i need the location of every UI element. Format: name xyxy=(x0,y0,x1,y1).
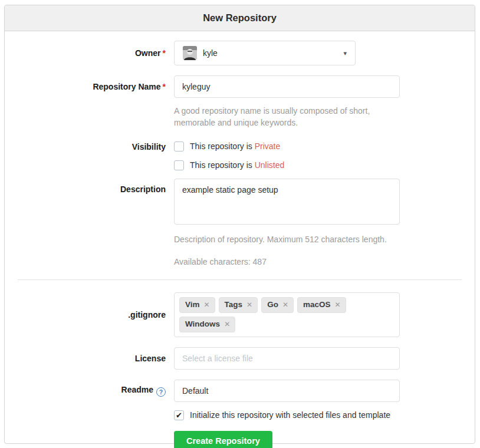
available-characters-counter: Available characters: 487 xyxy=(174,257,475,266)
init-repo-label: Initialize this repository with selected… xyxy=(190,410,390,420)
repo-name-input[interactable] xyxy=(174,75,400,98)
chevron-down-icon: ▾ xyxy=(343,50,347,57)
description-textarea[interactable]: example static page setup xyxy=(174,179,400,225)
owner-selected-value: kyle xyxy=(203,48,218,58)
panel-header: New Repository xyxy=(5,5,475,31)
gitignore-multiselect[interactable]: Vim✕ Tags✕ Go✕ macOS✕ Windows✕ xyxy=(174,292,400,337)
private-option-label: This repository is xyxy=(190,141,255,151)
owner-avatar-icon xyxy=(183,46,197,60)
init-repo-option: ✔ Initialize this repository with select… xyxy=(174,410,475,420)
private-highlight: Private xyxy=(255,141,281,151)
unlisted-checkbox[interactable]: ✔ xyxy=(174,160,184,170)
init-repo-checkbox[interactable]: ✔ xyxy=(174,410,184,420)
gitignore-field: .gitignore Vim✕ Tags✕ Go✕ macOS✕ Windows… xyxy=(5,292,475,337)
remove-tag-icon[interactable]: ✕ xyxy=(204,301,210,309)
description-label: Description xyxy=(5,179,166,226)
page-title: New Repository xyxy=(203,12,277,24)
gitignore-tag-vim: Vim✕ xyxy=(179,297,215,313)
remove-tag-icon[interactable]: ✕ xyxy=(282,301,288,309)
readme-input[interactable] xyxy=(174,380,400,402)
remove-tag-icon[interactable]: ✕ xyxy=(224,320,230,328)
unlisted-option-label: This repository is xyxy=(190,160,255,170)
unlisted-highlight: Unlisted xyxy=(255,160,285,170)
repo-name-help-text: A good repository name is usually compos… xyxy=(174,105,410,129)
description-help-text: Description of repository. Maximum 512 c… xyxy=(174,233,410,245)
readme-field: Readme? xyxy=(5,380,475,402)
required-mark: * xyxy=(163,82,166,91)
private-checkbox[interactable]: ✔ xyxy=(174,141,184,151)
new-repository-panel: New Repository Owner* kyle ▾ xyxy=(4,5,475,444)
readme-label: Readme? xyxy=(5,385,166,397)
owner-label: Owner* xyxy=(5,48,166,58)
gitignore-tag-tags: Tags✕ xyxy=(219,297,258,313)
required-mark: * xyxy=(163,48,166,58)
create-repository-button[interactable]: Create Repository xyxy=(174,431,272,448)
help-circle-icon[interactable]: ? xyxy=(156,387,166,397)
gitignore-tag-macos: macOS✕ xyxy=(297,297,346,313)
gitignore-tag-go: Go✕ xyxy=(261,297,294,313)
check-icon: ✔ xyxy=(176,411,182,419)
new-repository-form: Owner* kyle ▾ Repository Name* xyxy=(5,31,475,448)
section-divider xyxy=(18,279,462,280)
visibility-field: Visibility ✔ This repository is Private … xyxy=(5,141,475,170)
owner-dropdown[interactable]: kyle ▾ xyxy=(174,41,356,65)
license-field: License xyxy=(5,347,475,370)
repo-name-label: Repository Name* xyxy=(5,82,166,91)
visibility-unlisted-option: ✔ This repository is Unlisted xyxy=(174,160,284,170)
description-field: Description example static page setup xyxy=(5,179,475,226)
remove-tag-icon[interactable]: ✕ xyxy=(335,301,341,309)
license-label: License xyxy=(5,354,166,363)
owner-field: Owner* kyle ▾ xyxy=(5,41,475,65)
remove-tag-icon[interactable]: ✕ xyxy=(246,301,252,309)
visibility-label: Visibility xyxy=(5,141,166,170)
gitignore-tag-windows: Windows✕ xyxy=(179,317,235,332)
visibility-private-option: ✔ This repository is Private xyxy=(174,141,284,151)
license-input[interactable] xyxy=(174,347,400,370)
gitignore-label: .gitignore xyxy=(5,310,166,319)
repo-name-field: Repository Name* xyxy=(5,75,475,98)
